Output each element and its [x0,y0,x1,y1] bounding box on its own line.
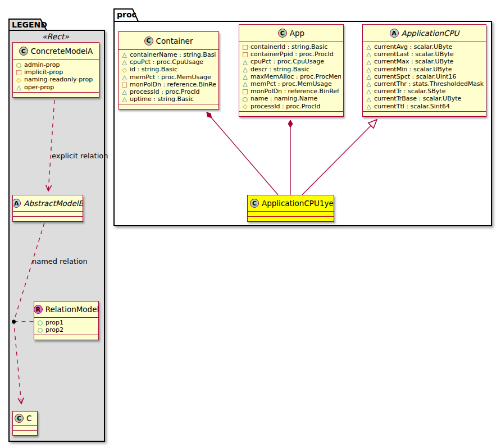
member-row: oper-prop [16,84,97,91]
member-text: processId : proc.ProcId [130,88,199,95]
member-text: memPct : proc.MemUsage [130,74,211,81]
class-spot-r-icon: R [34,305,43,314]
member-row: currentThr : stats.ThresholdedMask [366,80,484,88]
class-spot-c-icon: C [15,414,24,423]
methods-compartment [34,335,98,340]
diamond-icon [242,103,248,109]
class-name: RelationModel [45,305,98,314]
member-text: currentTtl : scalar.Sint64 [374,103,450,110]
class-spot-c-icon: C [278,29,287,38]
member-text: currentSpct : scalar.Uint16 [374,73,456,80]
member-text: currentTrBase : scalar.UByte [374,95,461,102]
member-text: cpuPct : proc.CpuUsage [130,58,203,66]
member-text: prop2 [45,326,63,333]
square-icon [121,81,127,88]
class-name: AbstractModelB [24,199,83,208]
member-row: admin-prop [16,61,97,68]
class-name: ApplicationCPU [402,29,459,38]
attributes-compartment: prop1 prop2 [34,317,98,335]
triangle-icon [242,74,248,80]
uml-diagram-canvas: LEGEND «Rect» C ConcreteModelA admin-pro… [0,0,501,448]
triangle-icon [366,66,372,72]
member-row: name : naming.Name [242,95,341,102]
methods-compartment [13,430,37,435]
member-row: monPolDn : reference.BinRef [242,88,341,95]
class-spot-c-icon: C [19,47,28,56]
class-c: C C [12,411,38,436]
class-name: ConcreteModelA [31,47,93,56]
triangle-icon [366,81,372,87]
member-text: descr : string.Basic [250,66,309,73]
class-concretemodela: C ConcreteModelA admin-prop implicit-pro… [12,42,99,98]
member-text: containerName : string.Basic [130,51,216,58]
member-text: id : string.Basic [130,66,177,73]
class-name: App [290,29,304,38]
class-title: A AbstractModelB [13,195,83,211]
class-name: Container [156,36,193,45]
member-text: maxMemAlloc : proc.ProcMem [250,73,341,80]
member-text: prop1 [45,319,63,326]
square-icon [16,69,22,75]
triangle-icon [366,96,372,102]
member-row: currentTr : scalar.SByte [366,88,484,95]
member-row: containerId : string.Basic [242,43,341,51]
triangle-icon [121,74,127,80]
member-text: admin-prop [24,61,60,68]
class-title: C ConcreteModelA [13,43,99,60]
member-row: currentSpct : scalar.Uint16 [366,73,484,80]
triangle-icon [242,66,248,72]
member-text: monPolDn : reference.BinRef [250,88,339,95]
class-relationmodel: R RelationModel prop1 prop2 [34,301,99,340]
square-icon [242,88,248,94]
member-row: processId : proc.ProcId [242,103,341,110]
member-text: naming-readonly-prop [24,76,93,83]
class-name: ApplicationCPU1year [262,199,334,208]
member-row: memPct : proc.MemUsage [242,80,341,88]
attributes-compartment: admin-prop implicit-prop naming-readonly… [13,60,99,92]
member-row: prop2 [37,326,96,333]
attributes-compartment: containerId : string.Basic containerPpid… [239,42,343,111]
attributes-compartment: containerName : string.Basic cpuPct : pr… [119,49,218,104]
explicit-relation-label: explicit relation [52,152,108,160]
member-row: currentTtl : scalar.Sint64 [366,103,484,110]
triangle-icon [366,59,372,65]
triangle-icon [121,52,127,58]
triangle-icon [242,59,248,65]
member-row: descr : string.Basic [242,66,341,73]
attributes-compartment: currentAvg : scalar.UByte currentLast : … [363,42,486,111]
member-text: currentLast : scalar.UByte [374,51,454,58]
proc-package-label: proc [117,11,136,19]
class-spot-a-icon: A [13,199,21,208]
attributes-compartment [13,425,37,430]
member-row: uptime : string.Basic [121,95,216,103]
member-row: maxMemAlloc : proc.ProcMem [242,73,341,80]
square-icon [242,51,248,57]
class-spot-c-icon: C [250,199,259,208]
member-text: uptime : string.Basic [130,95,194,103]
member-row: currentTrBase : scalar.UByte [366,95,484,102]
class-container: C Container containerName : string.Basic… [118,31,219,109]
member-row: implicit-prop [16,68,97,76]
class-applicationcpu1year: C ApplicationCPU1year [247,195,334,222]
class-title: C Container [119,32,218,49]
circle-icon [37,319,43,326]
diamond-icon [121,67,127,73]
circle-icon [37,327,43,333]
circle-icon [242,96,248,102]
class-name: C [26,414,31,423]
class-spot-a-icon: A [390,29,399,38]
member-text: monPolDn : reference.BinRef [130,81,216,88]
named-relation-label: named relation [32,257,88,266]
triangle-icon [242,81,248,87]
triangle-icon [366,88,372,94]
methods-compartment [363,111,486,116]
methods-compartment [13,92,99,97]
member-text: containerPpid : proc.ProcId [250,51,334,58]
member-row: naming-readonly-prop [16,76,97,83]
member-text: oper-prop [24,84,54,91]
class-title: R RelationModel [34,301,98,317]
triangle-icon [366,51,372,57]
member-row: monPolDn : reference.BinRef [121,81,216,88]
member-text: name : naming.Name [250,95,317,102]
member-text: containerId : string.Basic [250,43,327,51]
